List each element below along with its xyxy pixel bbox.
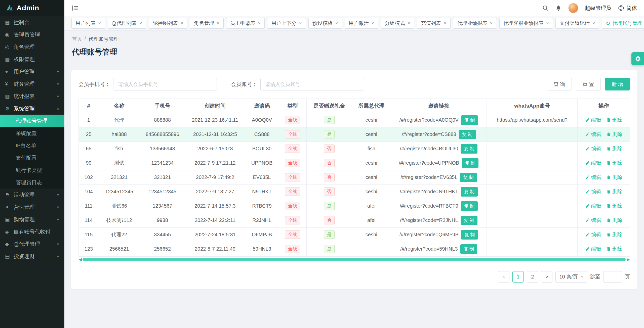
sidebar-item[interactable]: ◈ 自有账号代收付 bbox=[0, 225, 64, 238]
sidebar-item[interactable]: ✦ 营运管理 ∨ bbox=[0, 201, 64, 213]
sidebar-item[interactable]: ⚑ 活动管理 ∨ bbox=[0, 189, 64, 201]
breadcrumb-home[interactable]: 首页 bbox=[72, 36, 82, 42]
tab-close-icon[interactable]: × bbox=[335, 20, 338, 26]
search-icon[interactable] bbox=[542, 5, 549, 11]
copy-button[interactable]: 复 制 bbox=[461, 230, 478, 240]
add-button[interactable]: 新 增 bbox=[605, 78, 630, 90]
delete-button[interactable]: 删除 bbox=[606, 160, 622, 166]
search-button[interactable]: 查 询 bbox=[547, 78, 572, 90]
sidebar-item[interactable]: ⚙ 系统管理 ∧ bbox=[0, 102, 64, 115]
next-page-button[interactable]: > bbox=[541, 271, 552, 283]
tab-close-icon[interactable]: × bbox=[217, 20, 220, 26]
tab[interactable]: 轮播图列表 × bbox=[149, 18, 187, 29]
edit-button[interactable]: 编辑 bbox=[585, 231, 601, 238]
tab-close-icon[interactable]: × bbox=[546, 20, 549, 26]
menu-icon: ◈ bbox=[5, 229, 14, 235]
sidebar-item[interactable]: ▥ 统计报表 ∨ bbox=[0, 90, 64, 102]
tab-close-icon[interactable]: × bbox=[490, 20, 493, 26]
tab-close-icon[interactable]: × bbox=[444, 20, 447, 26]
reset-button[interactable]: 重 置 bbox=[576, 78, 601, 90]
edit-button[interactable]: 编辑 bbox=[585, 145, 601, 152]
sidebar-item[interactable]: ◎ 角色管理 bbox=[0, 41, 64, 53]
tab-close-icon[interactable]: × bbox=[371, 20, 374, 26]
avatar[interactable] bbox=[568, 3, 578, 13]
delete-button[interactable]: 删除 bbox=[606, 203, 622, 209]
sidebar-item[interactable]: ▣ 购物管理 ∨ bbox=[0, 213, 64, 225]
sidebar-item[interactable]: ◆ 总代理管理 ∨ bbox=[0, 238, 64, 250]
edit-button[interactable]: 编辑 bbox=[585, 174, 601, 181]
horizontal-scrollbar[interactable]: ◀ ▶ bbox=[78, 257, 630, 262]
tab[interactable]: 分组模式 × bbox=[381, 18, 415, 29]
tab[interactable]: 预设模板 × bbox=[308, 18, 342, 29]
page-size-select[interactable]: 10 条/页 ∨ bbox=[555, 271, 587, 283]
phone-filter-input[interactable] bbox=[113, 78, 217, 90]
copy-button[interactable]: 复 制 bbox=[461, 115, 478, 125]
delete-button[interactable]: 删除 bbox=[606, 246, 622, 252]
delete-button[interactable]: 删除 bbox=[606, 131, 622, 138]
sidebar-item[interactable]: 管理员日志 bbox=[0, 176, 64, 189]
page-number[interactable]: 1 bbox=[512, 271, 524, 283]
delete-button[interactable]: 删除 bbox=[606, 145, 622, 152]
tab[interactable]: 角色管理 × bbox=[190, 18, 224, 29]
delete-button[interactable]: 删除 bbox=[606, 117, 622, 123]
sidebar-item[interactable]: ▤ 投资理财 ∨ bbox=[0, 250, 64, 262]
tab-close-icon[interactable]: × bbox=[258, 20, 261, 26]
bell-icon[interactable] bbox=[555, 5, 562, 11]
sidebar-item[interactable]: ◉ 管理员管理 bbox=[0, 28, 64, 41]
tab[interactable]: 员工申请表 × bbox=[226, 18, 265, 29]
edit-button[interactable]: 编辑 bbox=[585, 203, 601, 209]
edit-button[interactable]: 编辑 bbox=[585, 246, 601, 252]
copy-button[interactable]: 复 制 bbox=[462, 158, 478, 168]
edit-button[interactable]: 编辑 bbox=[585, 217, 601, 224]
tab[interactable]: 充值列表 × bbox=[417, 18, 451, 29]
page-number[interactable]: 2 bbox=[527, 271, 538, 283]
tab[interactable]: ↻ 代理账号管理 × bbox=[602, 18, 644, 29]
edit-button[interactable]: 编辑 bbox=[585, 131, 601, 138]
tab-close-icon[interactable]: × bbox=[180, 20, 183, 26]
tab-close-icon[interactable]: × bbox=[408, 20, 411, 26]
sidebar-item[interactable]: 支付配置 bbox=[0, 152, 64, 164]
tab[interactable]: 用户上下分 × bbox=[267, 18, 306, 29]
sidebar-item[interactable]: 系统配置 bbox=[0, 127, 64, 139]
collapse-menu-icon[interactable] bbox=[71, 4, 79, 12]
copy-button[interactable]: 复 制 bbox=[461, 187, 478, 197]
tab-close-icon[interactable]: × bbox=[299, 20, 302, 26]
tab[interactable]: 用户列表 × bbox=[71, 18, 105, 29]
copy-button[interactable]: 复 制 bbox=[461, 216, 477, 225]
prev-page-button[interactable]: < bbox=[498, 271, 509, 283]
sidebar-item[interactable]: ▦ 控制台 bbox=[0, 16, 64, 28]
sidebar-item[interactable]: ▩ 权限管理 bbox=[0, 53, 64, 65]
tab-close-icon[interactable]: × bbox=[98, 20, 101, 26]
language-switcher[interactable]: 简体 bbox=[618, 5, 637, 12]
sidebar-item[interactable]: IP白名单 bbox=[0, 139, 64, 152]
scrollbar-thumb[interactable] bbox=[83, 258, 626, 261]
delete-button[interactable]: 删除 bbox=[606, 188, 622, 195]
tab[interactable]: 支付渠道统计 × bbox=[555, 18, 599, 29]
sidebar-item[interactable]: 银行卡类型 bbox=[0, 164, 64, 176]
account-filter-input[interactable] bbox=[260, 78, 364, 90]
sidebar-item[interactable]: ¥ 财务管理 ∨ bbox=[0, 78, 64, 90]
copy-button[interactable]: 复 制 bbox=[460, 244, 477, 254]
delete-button[interactable]: 删除 bbox=[606, 231, 622, 238]
tab[interactable]: 代理业绩报表 × bbox=[453, 18, 497, 29]
settings-gear-button[interactable] bbox=[631, 52, 644, 65]
copy-button[interactable]: 复 制 bbox=[461, 201, 478, 211]
scroll-left-icon[interactable]: ◀ bbox=[78, 257, 82, 262]
edit-button[interactable]: 编辑 bbox=[585, 160, 601, 166]
sidebar-item[interactable]: ● 用户管理 ∨ bbox=[0, 65, 64, 78]
tab-close-icon[interactable]: × bbox=[139, 20, 142, 26]
tab[interactable]: 代理客服业绩报表 × bbox=[499, 18, 553, 29]
copy-button[interactable]: 复 制 bbox=[461, 144, 477, 154]
delete-button[interactable]: 删除 bbox=[606, 174, 622, 181]
edit-button[interactable]: 编辑 bbox=[585, 188, 601, 195]
scroll-right-icon[interactable]: ▶ bbox=[627, 257, 630, 262]
jump-page-input[interactable] bbox=[603, 271, 622, 283]
tab[interactable]: 用户激活 × bbox=[345, 18, 378, 29]
copy-button[interactable]: 复 制 bbox=[460, 173, 477, 182]
delete-button[interactable]: 删除 bbox=[606, 217, 622, 224]
tab[interactable]: 总代理列表 × bbox=[108, 18, 146, 29]
edit-button[interactable]: 编辑 bbox=[585, 117, 601, 123]
tab-close-icon[interactable]: × bbox=[592, 20, 595, 26]
sidebar-item[interactable]: 代理账号管理 bbox=[0, 115, 64, 127]
copy-button[interactable]: 复 制 bbox=[459, 130, 476, 139]
